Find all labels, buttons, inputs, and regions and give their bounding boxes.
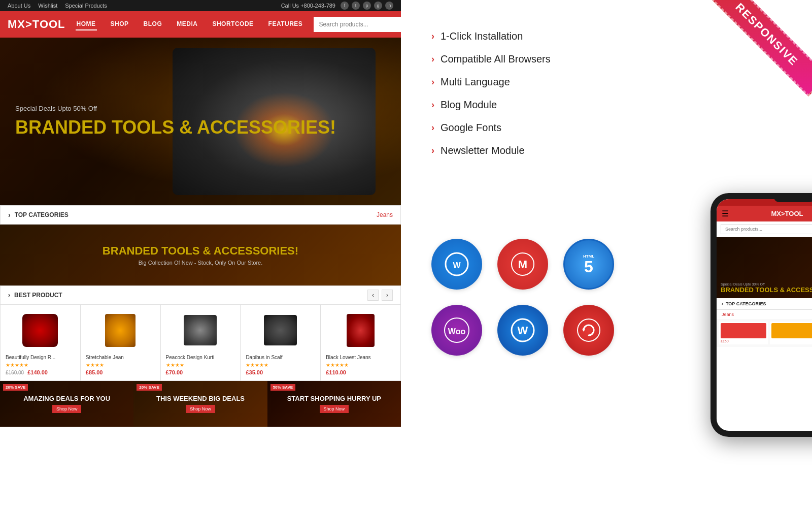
woo-icon: Woo (443, 316, 471, 344)
best-products-bar: › BEST PRODUCT ‹ › (0, 285, 401, 305)
phone-search-input[interactable] (721, 224, 812, 234)
responsive-badge-text: RESPONSIVE (710, 0, 812, 97)
banner-btn-2[interactable]: Shop Now (186, 405, 215, 413)
tools-image (184, 315, 217, 345)
product-price: £160.00 £140.00 (6, 369, 75, 375)
svg-text:Woo: Woo (448, 327, 465, 336)
feature-text-1: 1-Click Installation (441, 30, 523, 42)
tech-icon-html5: HTML 5 (563, 239, 614, 290)
product-name: Stretchable Jean (86, 355, 155, 360)
categories-link[interactable]: Jeans (377, 211, 393, 218)
phone-products: £150. (717, 319, 812, 347)
bottom-banner-3: 50% SAVE START SHOPPING HURRY UP Shop No… (267, 381, 401, 427)
phone-header: ☰ MX>TOOL 👤 🛒 0 (717, 206, 812, 221)
main-nav: HOME SHOP BLOG MEDIA SHORTCODE FEATURES (76, 18, 304, 30)
wordpress-icon: W (510, 318, 535, 343)
product-card: Beautifully Design R... ★★★★★ £160.00 £1… (1, 305, 81, 380)
categories-arrow: › (8, 211, 11, 219)
product-image (326, 310, 395, 351)
about-link[interactable]: About Us (8, 3, 30, 9)
googleplus-icon[interactable]: g (374, 2, 382, 10)
svg-text:M: M (518, 258, 527, 271)
phone-cat-arrow: › (722, 301, 723, 306)
product-price: £35.00 (246, 369, 315, 375)
old-price: £160.00 (6, 370, 24, 375)
feature-item-6: › Newsletter Module (431, 145, 624, 156)
hero-section: Special Deals Upto 50% Off BRANDED TOOLS… (0, 38, 401, 205)
svg-point-8 (578, 319, 600, 341)
topbar-right: Call Us +800-243-789 f t p g in (281, 2, 393, 10)
feature-text-5: Google Fonts (441, 122, 501, 134)
linkedin-icon[interactable]: in (385, 2, 393, 10)
twitter-icon[interactable]: t (352, 2, 360, 10)
phone-hero-title: BRANDED TOOLS & ACCESSORIES! (721, 286, 812, 294)
wishlist-link[interactable]: Wishlist (38, 3, 57, 9)
keys-image (347, 314, 375, 347)
nav-features[interactable]: FEATURES (267, 18, 304, 30)
banner-title-1: AMAZING DEALS FOR YOU (23, 395, 110, 402)
phone-mockup: Call Us +800-243-789 ☰ MX>TOOL 👤 🛒 0 S (710, 193, 812, 437)
product-card: Dapibus in Scalf ★★★★★ £35.00 (241, 305, 321, 380)
drill-image (22, 314, 58, 347)
banner-btn-3[interactable]: Shop Now (320, 405, 349, 413)
facebook-icon[interactable]: f (341, 2, 349, 10)
nav-blog[interactable]: BLOG (143, 18, 163, 30)
prev-arrow[interactable]: ‹ (367, 290, 379, 301)
categories-label: › TOP CATEGORIES (8, 211, 69, 219)
products-grid: Beautifully Design R... ★★★★★ £160.00 £1… (0, 305, 401, 381)
feature-text-6: Newsletter Module (441, 145, 525, 156)
phone-product-price: £150. (721, 339, 766, 343)
chevron-icon: › (431, 54, 434, 65)
svg-text:W: W (518, 324, 528, 337)
search-input[interactable] (314, 17, 401, 32)
banner-subtitle: Big Collection Of New - Stock, Only On O… (139, 260, 263, 266)
product-name: Dapibus in Scalf (246, 355, 315, 360)
chevron-icon: › (431, 122, 434, 133)
banner-btn-1[interactable]: Shop Now (52, 405, 82, 413)
tech-icon-magento: M (497, 239, 548, 290)
logo[interactable]: MX>TOOL (8, 18, 65, 31)
hero-content: Special Deals Upto 50% Off BRANDED TOOLS… (0, 84, 351, 158)
chevron-icon: › (431, 31, 434, 42)
banner-badge-2: 20% SAVE (137, 384, 161, 391)
product-stars: ★★★★★ (246, 362, 315, 368)
phone-logo: MX>TOOL (771, 210, 803, 217)
feature-item-2: › Compatible All Browsers (431, 53, 624, 65)
next-arrow[interactable]: › (382, 290, 393, 301)
best-products-label: › BEST PRODUCT (8, 292, 62, 299)
chevron-icon: › (431, 145, 434, 156)
product-image (166, 310, 235, 351)
product-stars: ★★★★ (166, 362, 235, 368)
banner-badge-3: 50% SAVE (270, 384, 295, 391)
hero-deal: Special Deals Upto 50% Off (15, 105, 336, 112)
product-stars: ★★★★★ (6, 362, 75, 368)
new-price: £35.00 (246, 369, 263, 375)
top-bar: About Us Wishlist Special Products Call … (0, 0, 401, 11)
phone-notch (774, 193, 812, 202)
hero-title: BRANDED TOOLS & ACCESSORIES! (15, 116, 336, 138)
phone-hero-deal: Special Deals Upto 30% Off (721, 282, 812, 286)
phone-text: Call Us +800-243-789 (281, 3, 335, 9)
nav-shop[interactable]: SHOP (110, 18, 130, 30)
tech-icon-update (563, 305, 614, 356)
phone-product-img (721, 323, 766, 338)
phone-menu-icon: ☰ (722, 209, 729, 218)
new-price: £140.00 (27, 369, 48, 375)
magento-icon: M (510, 251, 535, 277)
new-price: £85.00 (86, 369, 103, 375)
pinterest-icon[interactable]: p (363, 2, 371, 10)
nav-home[interactable]: HOME (76, 18, 97, 30)
product-card: Stretchable Jean ★★★★ £85.00 (81, 305, 161, 380)
header-search: Search (314, 17, 401, 32)
chevron-icon: › (431, 100, 434, 110)
phone-cat-label: TOP CATEGORIES (726, 301, 766, 306)
tech-icon-woocommerce-blue: W (431, 239, 482, 290)
feature-item-1: › 1-Click Installation (431, 30, 624, 42)
social-icons: f t p g in (341, 2, 393, 10)
nav-shortcode[interactable]: SHORTCODE (211, 18, 254, 30)
phone-search: Search (717, 221, 812, 237)
special-link[interactable]: Special Products (65, 3, 107, 9)
product-stars: ★★★★★ (326, 362, 395, 368)
nav-media[interactable]: MEDIA (176, 18, 198, 30)
phone-jeans-link[interactable]: Jeans (717, 310, 812, 319)
